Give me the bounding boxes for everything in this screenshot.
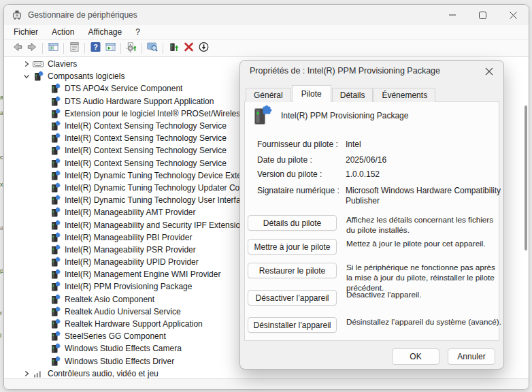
toolbar-separator (163, 43, 163, 54)
dialog-title-bar: Propriétés de : Intel(R) PPM Provisionin… (240, 61, 503, 82)
tab-general[interactable]: Général (246, 88, 291, 102)
menu-fichier[interactable]: Fichier (7, 26, 45, 38)
restaurer-le-pilote-button[interactable]: Restaurer le pilote (248, 263, 337, 278)
update-driver-software-icon (168, 42, 180, 55)
tree-item-label: Realtek Asio Component (65, 295, 154, 304)
tree-item-label: Contrôleurs audio, vidéo et jeu (48, 369, 159, 378)
ok-button[interactable]: OK (392, 348, 439, 365)
properties-button[interactable] (67, 41, 82, 56)
tab-evenements[interactable]: Événements (373, 88, 435, 102)
tree-item-label: Intel(R) Dynamic Tuning Technology User … (65, 195, 245, 205)
update-driver-button[interactable] (124, 41, 139, 56)
uninstall-device-icon (183, 42, 195, 55)
dialog-tabs: GénéralPiloteDétailsÉvénements (246, 85, 436, 102)
status-bar (4, 378, 529, 389)
dialog-close-button[interactable] (479, 63, 499, 80)
desactiver-l-appareil-button[interactable]: Désactiver l’appareil (248, 290, 337, 306)
mettre-a-jour-le-pilote-button[interactable]: Mettre à jour le pilote (248, 239, 337, 255)
action-description: Si le périphérique ne fonctionne pas apr… (346, 262, 501, 293)
software-icon (49, 133, 61, 144)
cancel-button[interactable]: Annuler (448, 348, 495, 365)
forward-button[interactable] (24, 41, 39, 56)
software-icon (49, 182, 61, 193)
toolbar-separator (142, 43, 142, 54)
desinstaller-l-appareil-button[interactable]: Désinstaller l’appareil (248, 317, 337, 333)
field-value: 2025/06/16 (346, 155, 503, 165)
device-name: Intel(R) PPM Provisioning Package (281, 111, 408, 120)
tree-item-label: SteelSeries GG Component (65, 331, 166, 341)
tree-item-label: Realtek Audio Universal Service (65, 307, 181, 316)
chevron-right-icon[interactable] (21, 59, 32, 69)
background-artifact: a (0, 95, 3, 100)
software-icon (49, 220, 61, 231)
tree-item-label: Intel(R) Context Sensing Technology Serv… (65, 133, 227, 143)
menu-help[interactable]: ? (129, 26, 147, 38)
update-driver-software-button[interactable] (166, 41, 181, 56)
keyboard-icon (32, 59, 44, 69)
update-driver-icon (126, 42, 137, 55)
toolbar-separator (63, 43, 64, 54)
chevron-down-icon[interactable] (21, 71, 32, 82)
tree-item-label: Intel(R) Manageability and Security IPF … (65, 220, 245, 230)
software-icon (49, 96, 61, 107)
tree-scrollbar-thumb[interactable] (525, 105, 527, 250)
action-description: Désactivez l’appareil. (346, 289, 501, 299)
field-label: Version du pilote : (257, 169, 322, 179)
tree-item-label: Intel(R) Management Engine WMI Provider (65, 270, 220, 279)
field-label: Signataire numérique : (257, 186, 339, 195)
field-value: Microsoft Windows Hardware Compatibility… (346, 186, 503, 206)
window-controls (437, 5, 529, 25)
software-icon (49, 269, 61, 280)
tree-item-label: Extension pour le logiciel Intel® PROSet… (65, 109, 244, 118)
toolbar-separator (84, 43, 85, 54)
details-du-pilote-button[interactable]: Détails du pilote (248, 215, 337, 231)
tab-details[interactable]: Détails (332, 88, 373, 102)
device-manager-app-icon (12, 10, 22, 20)
tab-pilote[interactable]: Pilote (292, 85, 331, 102)
audio-icon (32, 368, 44, 379)
software-icon (49, 108, 61, 119)
software-icon (49, 83, 61, 94)
export-list-button[interactable] (103, 41, 118, 56)
menu-action[interactable]: Action (45, 26, 81, 38)
toolbar: ? (4, 39, 529, 57)
scan-hardware-changes-icon (146, 42, 159, 55)
uninstall-device-button[interactable] (181, 41, 196, 56)
close-button[interactable] (498, 5, 529, 25)
scan-hardware-changes-button[interactable] (145, 41, 160, 56)
software-icon (49, 257, 61, 267)
disable-device-button[interactable] (196, 41, 211, 56)
software-icon (49, 331, 61, 342)
tree-item-label: DTS Audio Hardware Support Application (65, 97, 214, 106)
field-value: 1.0.0.152 (346, 169, 503, 180)
forward-icon (27, 42, 38, 55)
window-title: Gestionnaire de périphériques (28, 10, 137, 20)
menu-affichage[interactable]: Affichage (81, 26, 129, 38)
tree-item-label: Composants logiciels (48, 71, 124, 81)
properties-icon (69, 42, 80, 55)
background-artifact: à (0, 226, 3, 231)
show-console-tree-icon (48, 42, 59, 55)
chevron-right-icon[interactable] (21, 368, 32, 379)
field-label: Fournisseur du pilote : (257, 140, 338, 149)
help-button[interactable]: ? (88, 41, 103, 56)
field-value: Intel (346, 140, 503, 150)
tree-item-label: Intel(R) PPM Provisioning Package (65, 282, 192, 291)
software-icon (49, 145, 61, 156)
software-icon (49, 207, 61, 218)
show-console-tree-button[interactable] (46, 41, 61, 56)
maximize-button[interactable] (467, 5, 498, 25)
disable-device-icon (198, 42, 210, 55)
back-button[interactable] (10, 41, 24, 56)
export-list-icon (105, 42, 116, 55)
toolbar-separator (120, 43, 121, 54)
properties-dialog: Propriétés de : Intel(R) PPM Provisionin… (239, 60, 504, 370)
tree-item-label: Intel(R) Manageability PBI Provider (65, 233, 192, 242)
tree-item-label: Realtek Hardware Support Application (65, 319, 203, 329)
software-icon (49, 306, 61, 317)
software-icon (49, 170, 61, 181)
help-icon: ? (90, 42, 101, 55)
menu-bar: FichierActionAffichage? (4, 25, 529, 39)
minimize-button[interactable] (437, 5, 467, 25)
tree-item-label: DTS APO4x Service Component (65, 84, 182, 93)
